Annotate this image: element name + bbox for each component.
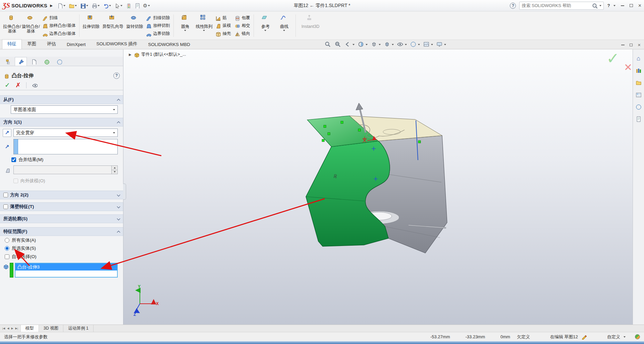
draft-button[interactable]: 拔模 (213, 22, 232, 29)
outward-draft-checkbox[interactable] (13, 179, 18, 183)
hide-show-items-button[interactable] (397, 41, 407, 48)
thin-feature-checkbox[interactable] (3, 204, 8, 209)
custom-toolset[interactable]: 自定义 (607, 334, 620, 340)
merge-result-checkbox[interactable] (11, 157, 16, 162)
extruded-cut-button[interactable]: 拉伸切除 (82, 12, 100, 39)
display-style-button[interactable] (384, 41, 394, 48)
nav-prev-icon[interactable]: ◀ (7, 327, 9, 330)
section-direction2[interactable]: 方向 2(2) (0, 191, 123, 199)
view-orientation-button[interactable] (371, 41, 381, 48)
minimize-button[interactable] (621, 5, 624, 6)
custom-properties-icon[interactable] (635, 116, 642, 122)
lofted-boss-button[interactable]: 放样凸台/基体 (40, 22, 77, 29)
auto-select-checkbox[interactable] (5, 254, 9, 259)
file-properties-button[interactable] (133, 2, 141, 9)
help-menu-caret[interactable] (613, 5, 615, 6)
reverse-direction-icon[interactable]: ↗ (3, 129, 11, 137)
print-button[interactable] (90, 2, 101, 9)
zoom-fit-button[interactable] (324, 41, 331, 48)
tab-solidworks-addins[interactable]: SOLIDWORKS 插件 (91, 39, 143, 49)
section-selected-contours[interactable]: 所选轮廓(S) (0, 214, 123, 223)
doc-restore-button[interactable] (630, 44, 633, 46)
shell-button[interactable]: 抽壳 (213, 31, 232, 37)
maximize-button[interactable] (630, 4, 633, 7)
swept-boss-button[interactable]: 扫描 (40, 15, 59, 21)
zoom-area-button[interactable] (334, 41, 341, 48)
selected-bodies-radio[interactable] (5, 246, 9, 251)
curves-button[interactable]: 曲线 (275, 12, 293, 39)
list-item-selected[interactable]: 凸台-拉伸3 (15, 263, 117, 271)
view-settings-button[interactable] (436, 41, 446, 48)
nav-first-icon[interactable]: |◀ (2, 327, 5, 330)
tab-model[interactable]: 模型 (21, 325, 39, 332)
help-circle-icon[interactable]: ? (510, 3, 516, 9)
menu-flyout-icon[interactable]: ▶ (50, 4, 53, 7)
direction2-checkbox[interactable] (3, 193, 8, 197)
configuration-manager-tab[interactable] (28, 57, 40, 66)
bodies-to-affect-list[interactable]: 凸台-拉伸3 (15, 263, 118, 278)
section-feature-scope[interactable]: 特征范围(F) (0, 227, 123, 236)
select-button[interactable] (113, 2, 123, 9)
previous-view-button[interactable] (344, 41, 355, 48)
tab-dimxpert[interactable]: DimXpert (61, 40, 91, 49)
nav-next-icon[interactable]: ▶ (11, 327, 13, 330)
boundary-cut-button[interactable]: 边界切除 (144, 31, 171, 37)
custom-caret[interactable] (624, 336, 626, 338)
instant3d-button[interactable]: Instant3D (298, 12, 323, 39)
options-button[interactable]: ⚙ (142, 2, 151, 9)
breadcrumb-text[interactable]: 零件1 (默认<<默认>_... (141, 51, 186, 57)
extruded-boss-button[interactable]: 拉伸凸台/基体 (3, 12, 21, 39)
direction-reference-box[interactable] (13, 139, 118, 154)
confirm-ok-button[interactable]: ✓ (606, 49, 620, 67)
doc-minimize-button[interactable] (621, 45, 625, 45)
home-icon[interactable]: ⌂ (635, 55, 642, 62)
panel-collapse-handle[interactable] (123, 184, 126, 200)
tab-evaluate[interactable]: 评估 (42, 39, 61, 49)
feature-breadcrumb[interactable]: ▶ 零件1 (默认<<默认>_... (129, 51, 186, 57)
reference-geometry-button[interactable]: 参考 (256, 12, 275, 39)
apply-scene-button[interactable] (423, 41, 433, 48)
list-item-empty[interactable] (15, 271, 117, 277)
pm-help-icon[interactable]: ? (113, 72, 120, 79)
revolved-boss-button[interactable]: 旋转凸台/基体 (21, 12, 40, 39)
pm-cancel-button[interactable]: ✗ (15, 81, 21, 89)
rib-button[interactable]: 筋 (213, 15, 228, 21)
nav-last-icon[interactable]: ▶| (15, 327, 18, 330)
end-condition-dropdown[interactable]: 完全贯穿 (13, 129, 118, 137)
search-input[interactable] (522, 3, 590, 8)
search-icon[interactable] (592, 3, 597, 8)
tab-solidworks-mbd[interactable]: SOLIDWORKS MBD (143, 40, 196, 49)
file-explorer-folder-icon[interactable] (635, 80, 642, 86)
confirm-cancel-button[interactable]: ✕ (624, 61, 632, 73)
intersect-button[interactable]: 相交 (232, 22, 252, 29)
save-button[interactable] (79, 2, 89, 9)
new-document-button[interactable] (56, 2, 66, 9)
swept-cut-button[interactable]: 扫描切除 (144, 15, 171, 21)
pm-ok-button[interactable]: ✓ (5, 81, 10, 89)
section-direction1[interactable]: 方向 1(1) (0, 118, 123, 127)
wrap-button[interactable]: 包覆 (232, 15, 252, 21)
design-library-icon[interactable] (635, 67, 642, 74)
section-thin-feature[interactable]: 薄壁特征(T) (0, 202, 123, 211)
hole-wizard-button[interactable]: 异型孔向导 (100, 12, 125, 39)
mirror-button[interactable]: 镜向 (232, 31, 252, 37)
units-globe-icon[interactable] (635, 334, 640, 339)
appearances-ball-icon[interactable] (635, 104, 642, 110)
dimension-label[interactable]: 30 (333, 174, 337, 179)
lofted-cut-button[interactable]: 放样切割 (144, 22, 171, 29)
draft-angle-stepper[interactable] (13, 165, 118, 174)
breadcrumb-expand-icon[interactable]: ▶ (129, 53, 131, 56)
fillet-button[interactable]: 圆角 (176, 12, 195, 39)
feature-manager-tab[interactable] (2, 57, 14, 66)
dimxpert-manager-tab[interactable] (40, 57, 52, 66)
rebuild-button[interactable] (124, 2, 132, 9)
open-button[interactable] (67, 2, 78, 9)
undo-button[interactable] (102, 2, 112, 9)
section-view-button[interactable] (358, 41, 368, 48)
model-3d-view[interactable]: 30 Y X Z (123, 49, 633, 325)
boundary-boss-button[interactable]: 边界凸台/基体 (40, 31, 77, 37)
search-box[interactable] (519, 2, 604, 10)
section-from[interactable]: 从(F) (0, 95, 123, 104)
from-dropdown[interactable]: 草图基准面 (11, 105, 118, 114)
edit-appearance-button[interactable] (410, 41, 420, 48)
